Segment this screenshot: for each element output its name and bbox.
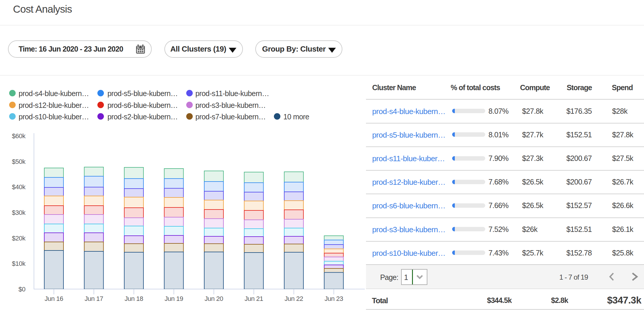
svg-text:$40k: $40k: [12, 183, 26, 191]
svg-text:$50k: $50k: [12, 158, 26, 165]
svg-text:Jun 16: Jun 16: [45, 295, 63, 302]
svg-text:$0: $0: [19, 286, 26, 293]
svg-text:$10k: $10k: [12, 260, 26, 267]
svg-text:Jun 23: Jun 23: [324, 295, 343, 302]
svg-text:$30k: $30k: [12, 209, 26, 216]
svg-text:Jun 20: Jun 20: [205, 295, 223, 302]
svg-text:$20k: $20k: [12, 235, 26, 242]
svg-text:Jun 18: Jun 18: [125, 295, 143, 302]
svg-text:Jun 21: Jun 21: [244, 295, 263, 302]
svg-text:Jun 19: Jun 19: [164, 295, 183, 302]
svg-text:Jun 22: Jun 22: [285, 295, 303, 302]
svg-text:Jun 17: Jun 17: [84, 295, 103, 302]
svg-text:$60k: $60k: [12, 132, 26, 140]
